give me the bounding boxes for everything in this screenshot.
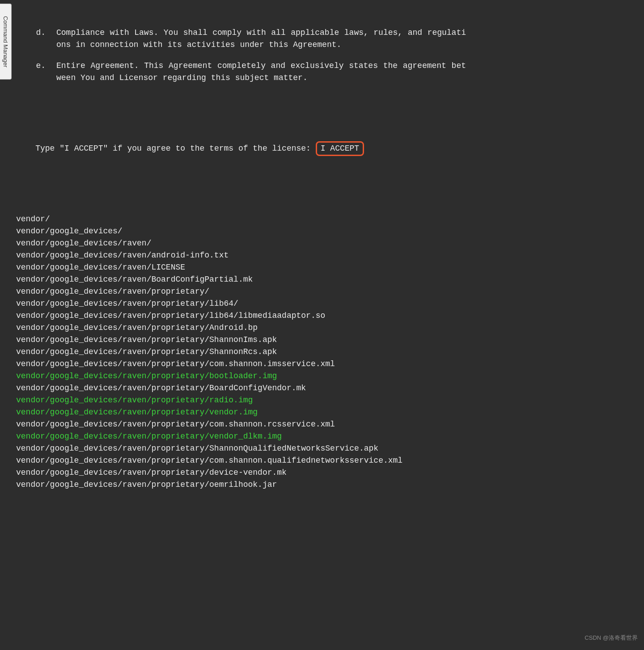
license-item-marker: d. (16, 27, 56, 51)
file-path-line: vendor/google_devices/raven/ (16, 237, 484, 249)
extracted-file-list: vendor/vendor/google_devices/vendor/goog… (16, 213, 484, 493)
file-path-line: vendor/google_devices/raven/proprietary/… (16, 467, 484, 479)
license-item-marker: e. (16, 60, 56, 84)
file-path-line: vendor/google_devices/raven/proprietary/… (16, 358, 484, 370)
file-path-line: vendor/google_devices/raven/proprietary/… (16, 455, 484, 467)
file-path-line: vendor/google_devices/raven/proprietary/… (16, 418, 484, 431)
file-path-line: vendor/google_devices/raven/android-info… (16, 249, 484, 262)
command-manager-tab[interactable]: Command Manager (0, 4, 12, 80)
license-item-text: Entire Agreement. This Agreement complet… (56, 60, 484, 84)
accept-prompt-line: Type "I ACCEPT" if you agree to the term… (16, 129, 484, 168)
license-item: e.Entire Agreement. This Agreement compl… (16, 60, 484, 84)
file-path-line: vendor/google_devices/raven/proprietary/… (16, 479, 484, 491)
file-path-line: vendor/google_devices/raven/proprietary/… (16, 322, 484, 334)
license-item-text: Compliance with Laws. You shall comply w… (56, 27, 484, 51)
file-path-line: vendor/google_devices/raven/proprietary/… (16, 310, 484, 322)
file-path-line: vendor/google_devices/raven/proprietary/… (16, 298, 484, 310)
file-path-line: vendor/google_devices/ (16, 225, 484, 237)
accept-input-box[interactable]: I ACCEPT (316, 141, 364, 156)
license-item: d.Compliance with Laws. You shall comply… (16, 27, 484, 51)
file-path-line: vendor/google_devices/raven/proprietary/… (16, 334, 484, 346)
file-path-line: vendor/google_devices/raven/BoardConfigP… (16, 274, 484, 286)
file-path-line: vendor/ (16, 213, 484, 225)
file-path-line: vendor/google_devices/raven/proprietary/… (16, 406, 484, 418)
file-path-line: vendor/google_devices/raven/proprietary/… (16, 394, 484, 406)
file-path-line: vendor/google_devices/raven/proprietary/ (16, 286, 484, 298)
file-path-line: vendor/google_devices/raven/proprietary/… (16, 346, 484, 358)
file-path-line: vendor/google_devices/raven/proprietary/… (16, 491, 484, 493)
accept-prompt-text: Type "I ACCEPT" if you agree to the term… (35, 144, 316, 153)
file-path-line: vendor/google_devices/raven/proprietary/… (16, 443, 484, 455)
file-path-line: vendor/google_devices/raven/proprietary/… (16, 382, 484, 394)
file-path-line: vendor/google_devices/raven/proprietary/… (16, 370, 484, 382)
file-path-line: vendor/google_devices/raven/proprietary/… (16, 431, 484, 443)
file-path-line: vendor/google_devices/raven/LICENSE (16, 262, 484, 274)
license-section: d.Compliance with Laws. You shall comply… (16, 27, 484, 84)
terminal-output: d.Compliance with Laws. You shall comply… (12, 0, 488, 493)
